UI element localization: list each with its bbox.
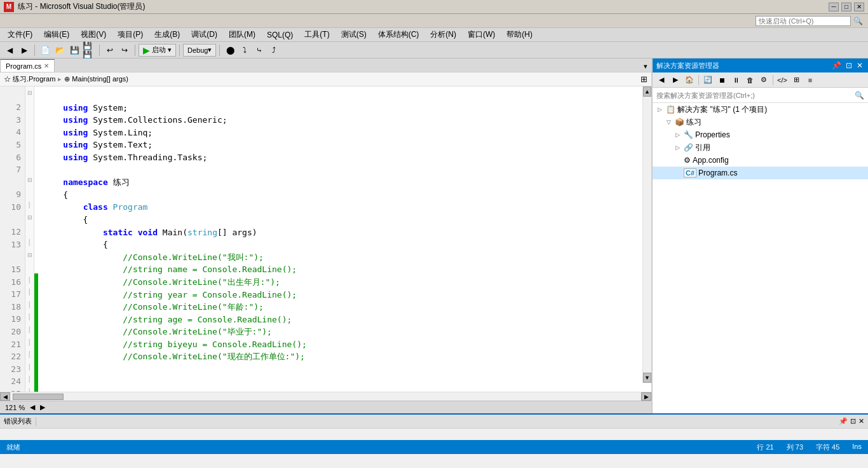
scroll-left-button[interactable]: ◀ [0, 392, 10, 401]
menu-file[interactable]: 文件(F) [3, 28, 37, 41]
minimize-button[interactable]: ─ [829, 3, 839, 11]
toolbar-sep-4 [179, 45, 180, 56]
sol-back-button[interactable]: ◀ [655, 74, 668, 86]
menu-help[interactable]: 帮助(H) [501, 28, 538, 41]
collapse-7 [25, 162, 34, 174]
line-num-25: 25 [0, 388, 25, 392]
breakpoint-button[interactable]: ⬤ [223, 43, 237, 57]
quick-launch-input[interactable] [756, 16, 851, 26]
menu-team[interactable]: 团队(M) [224, 28, 261, 41]
close-panel-button[interactable]: ✕ [855, 61, 864, 70]
tree-expand-solution[interactable]: ▷ [655, 106, 664, 113]
solution-search-icon: 🔍 [855, 91, 864, 100]
line-num-19: 19 [0, 313, 25, 326]
collapse-8[interactable]: ⊟ [25, 174, 34, 186]
line-num-14 [0, 251, 25, 264]
tree-references[interactable]: ▷ 🔗 引用 [653, 141, 868, 154]
tab-dropdown[interactable]: ▾ [640, 61, 651, 72]
editor-scrollbar-horizontal[interactable]: ◀ ▶ [0, 392, 651, 401]
tree-programcs-label: Program.cs [698, 169, 737, 177]
zoom-nav-left[interactable]: ◀ [30, 403, 35, 411]
hscroll-thumb[interactable] [13, 394, 64, 400]
editor-scrollbar-vertical[interactable]: ▲ ▼ [642, 86, 651, 383]
tree-expand-references[interactable]: ▷ [673, 144, 682, 151]
menu-build[interactable]: 生成(B) [149, 28, 185, 41]
tab-program-cs[interactable]: Program.cs ✕ [0, 59, 55, 72]
breadcrumb-left[interactable]: ☆ 练习.Program [4, 74, 55, 84]
sol-delete-button[interactable]: 🗑 [743, 74, 756, 86]
close-button[interactable]: ✕ [854, 3, 864, 11]
code-content[interactable]: using System; using System.Collections.G… [38, 86, 651, 392]
scroll-down-button[interactable]: ▼ [643, 373, 651, 383]
solution-explorer-header: 解决方案资源管理器 📌 ⊡ ✕ [653, 59, 868, 72]
menu-debug[interactable]: 调试(D) [186, 28, 222, 41]
back-button[interactable]: ◀ [3, 43, 17, 57]
collapse-1[interactable]: ⊟ [25, 86, 34, 99]
new-file-button[interactable]: 📄 [38, 43, 52, 57]
menu-edit[interactable]: 编辑(E) [39, 28, 74, 41]
error-float-button[interactable]: ⊡ [850, 417, 856, 425]
sol-code-button[interactable]: </> [776, 74, 789, 86]
error-close-button[interactable]: ✕ [858, 417, 864, 425]
scroll-right-button[interactable]: ▶ [641, 392, 651, 401]
solution-search-input[interactable] [656, 90, 855, 101]
menu-arch[interactable]: 体系结构(C) [373, 28, 424, 41]
tree-expand-project[interactable]: ▽ [664, 119, 673, 125]
sol-pause-button[interactable]: ⏸ [729, 74, 742, 86]
undo-button[interactable]: ↩ [103, 43, 117, 57]
line-num-22: 22 [0, 350, 25, 363]
pin-button[interactable]: 📌 [831, 61, 843, 70]
menu-tools[interactable]: 工具(T) [299, 28, 334, 41]
tree-project[interactable]: ▽ 📦 练习 [653, 116, 868, 128]
tree-programcs[interactable]: ▷ C# Program.cs [653, 167, 868, 179]
tree-appconfig[interactable]: ▷ ⚙ App.config [653, 154, 868, 167]
restore-button[interactable]: □ [841, 3, 851, 11]
tree-solution[interactable]: ▷ 📋 解决方案 "练习" (1 个项目) [653, 103, 868, 116]
menu-sql[interactable]: SQL(Q) [262, 29, 298, 41]
step-over-button[interactable]: ⤵ [238, 43, 252, 57]
sol-stop-button[interactable]: ⏹ [715, 74, 728, 86]
menu-project[interactable]: 项目(P) [112, 28, 148, 41]
collapse-18: │ [25, 298, 34, 311]
title-bar: M 练习 - Microsoft Visual Studio(管理员) ─ □ … [0, 0, 868, 14]
collapse-12 [25, 224, 34, 237]
error-pin-button[interactable]: 📌 [839, 417, 848, 425]
tree-properties[interactable]: ▷ 🔧 Properties [653, 128, 868, 141]
sol-home-button[interactable]: 🏠 [683, 74, 696, 86]
step-into-button[interactable]: ⤷ [252, 43, 266, 57]
tree-expand-properties[interactable]: ▷ [673, 132, 682, 138]
menu-analyze[interactable]: 分析(N) [425, 28, 461, 41]
error-list-label[interactable]: 错误列表 [4, 416, 32, 426]
tree-project-label: 练习 [686, 117, 702, 128]
sol-filter-button[interactable]: ⊞ [790, 74, 803, 86]
sol-settings-button[interactable]: ≡ [804, 74, 817, 86]
forward-button[interactable]: ▶ [17, 43, 31, 57]
appconfig-icon: ⚙ [684, 156, 691, 165]
float-button[interactable]: ⊡ [844, 61, 853, 70]
save-all-button[interactable]: 💾💾 [82, 43, 96, 57]
collapse-14[interactable]: ⊟ [25, 249, 34, 261]
menu-test[interactable]: 测试(S) [336, 28, 372, 41]
collapse-11[interactable]: ⊟ [25, 211, 34, 224]
menu-view[interactable]: 视图(V) [76, 28, 111, 41]
tree-references-label: 引用 [695, 142, 710, 153]
menu-window[interactable]: 窗口(W) [463, 28, 500, 41]
redo-button[interactable]: ↪ [118, 43, 132, 57]
editor-expand-button[interactable]: ⊞ [641, 74, 648, 84]
breadcrumb-right[interactable]: ⊕ Main(string[] args) [64, 75, 128, 83]
tab-close-button[interactable]: ✕ [44, 62, 49, 69]
open-file-button[interactable]: 📂 [53, 43, 67, 57]
collapse-3 [25, 111, 34, 124]
sol-props-button[interactable]: ⚙ [757, 74, 770, 86]
debug-selector[interactable]: Debug ▾ [183, 44, 216, 57]
sol-refresh-button[interactable]: 🔄 [702, 74, 714, 86]
save-button[interactable]: 💾 [67, 43, 81, 57]
status-char: 字符 45 [816, 443, 839, 452]
line-num-12: 12 [0, 226, 25, 239]
zoom-nav-right[interactable]: ▶ [40, 403, 45, 411]
sol-forward-button[interactable]: ▶ [669, 74, 682, 86]
run-button[interactable]: ▶ 启动 ▾ [139, 44, 176, 57]
solution-explorer-title: 解决方案资源管理器 [656, 61, 719, 71]
step-out-button[interactable]: ⤴ [267, 43, 281, 57]
scroll-up-button[interactable]: ▲ [643, 86, 651, 97]
